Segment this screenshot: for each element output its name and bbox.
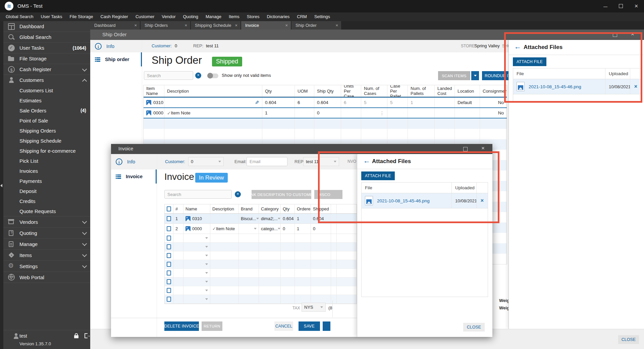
column-header-file[interactable]: File [513, 68, 605, 79]
column-header[interactable]: Consignment [480, 85, 507, 97]
column-header[interactable]: UOM [295, 85, 314, 97]
sidebar-item-deposit[interactable]: Deposit [3, 186, 90, 196]
sidebar-item-shipping-schedule[interactable]: Shipping Schedule [3, 136, 90, 146]
consignment-cell[interactable]: No [480, 98, 507, 107]
tab-dashboard[interactable]: Dashboard [90, 21, 140, 30]
menu-stores[interactable]: Stores [243, 12, 263, 21]
landed-cost-cell[interactable] [435, 98, 455, 107]
menu-settings[interactable]: Settings [311, 12, 334, 21]
customer-value[interactable]: 0 [175, 43, 177, 48]
column-header[interactable]: Ordered [295, 204, 311, 213]
logout-icon[interactable] [85, 333, 90, 338]
rep-dropdown[interactable]: test 11 [303, 157, 339, 166]
dropdown-caret-icon[interactable] [278, 218, 280, 219]
column-header[interactable]: Num. of Pallets [408, 85, 435, 97]
column-header[interactable]: Landed Cost [435, 85, 455, 97]
attached-file-row[interactable]: 2021-10-08_15-45-46.png 10/08/2021 [362, 193, 488, 208]
sidebar-item-point-of-sale[interactable]: Point of Sale [3, 115, 90, 126]
roundup-items-button[interactable]: ROUNDUP IT [482, 71, 511, 80]
sidebar-item-credits[interactable]: Credits [3, 196, 90, 206]
row-checkbox[interactable] [167, 297, 171, 302]
link-description-button[interactable]: LINK DESCRIPTION TO CUSTOMER [252, 190, 311, 199]
delete-invoice-button[interactable]: DELETE INVOICE [164, 321, 199, 331]
drag-handle-icon[interactable] [380, 110, 384, 116]
uom-cell[interactable] [295, 108, 314, 118]
ship-qty-cell[interactable]: 0.604 [314, 98, 341, 107]
dropdown-caret-icon[interactable] [205, 290, 208, 291]
tab-shipping-schedule[interactable]: Shipping Schedule [191, 21, 240, 30]
sidebar-item-shipping-orders[interactable]: Shipping Orders [3, 126, 90, 136]
subnav-item-info[interactable]: Info [90, 40, 142, 52]
maximize-icon[interactable] [463, 147, 468, 151]
row-checkbox[interactable] [167, 253, 171, 258]
row-checkbox[interactable] [167, 236, 171, 241]
table-row-empty[interactable] [165, 260, 357, 269]
dropdown-caret-icon[interactable] [205, 255, 208, 256]
table-row-empty[interactable] [165, 251, 357, 260]
column-header[interactable]: Description [210, 204, 239, 213]
location-cell[interactable] [455, 108, 480, 118]
sidebar-item-quote-requests[interactable]: Quote Requests [3, 206, 90, 216]
column-header[interactable]: Qty [281, 204, 295, 213]
column-header[interactable]: Units Per Case [341, 85, 361, 97]
menu-dictionaries[interactable]: Dictionaries [263, 12, 293, 21]
search-input[interactable] [164, 190, 232, 199]
tab-close-icon[interactable] [285, 21, 288, 30]
column-header[interactable]: Name [183, 204, 210, 213]
sidebar-item-dashboard[interactable]: Dashboard [3, 21, 90, 32]
qty-cell[interactable]: 1 [262, 108, 295, 118]
column-header[interactable]: Description [164, 85, 262, 97]
sidebar-item-settings[interactable]: Settings [3, 261, 90, 272]
column-header[interactable]: Brand [239, 204, 259, 213]
dropdown-caret-icon[interactable] [205, 246, 208, 248]
table-row-empty[interactable] [165, 234, 357, 243]
attach-file-button[interactable]: ATTACH FILE [361, 171, 395, 180]
location-cell[interactable]: Default [455, 98, 480, 107]
dropdown-caret-icon[interactable] [256, 218, 259, 219]
back-arrow-icon[interactable] [363, 157, 370, 165]
menu-items[interactable]: Items [225, 12, 243, 21]
table-row[interactable]: 1 0310 Biscui... dima2;... 0.604 1 0.604 [165, 214, 357, 224]
close-button[interactable]: CLOSE [463, 323, 485, 332]
consignment-cell[interactable]: No [480, 108, 507, 118]
sidebar-item-payments[interactable]: Payments [3, 176, 90, 186]
column-header-file[interactable]: File [362, 183, 452, 193]
column-header[interactable]: Ship Qty [314, 85, 341, 97]
qty-cell[interactable]: 0 [281, 224, 295, 234]
dropdown-caret-icon[interactable] [205, 298, 208, 300]
scan-items-dropdown-button[interactable] [471, 71, 479, 80]
attach-file-button[interactable]: ATTACH FILE [513, 57, 546, 66]
subnav-item-info[interactable]: Info [111, 154, 157, 169]
scan-items-button[interactable]: SCAN ITEMS [438, 71, 470, 80]
dropdown-caret-icon[interactable] [205, 237, 208, 239]
qty-cell[interactable]: 0.604 [281, 214, 295, 223]
table-row-empty[interactable] [165, 278, 357, 286]
clear-search-icon[interactable] [235, 191, 241, 197]
sidebar-item-cash-register[interactable]: Cash Register [3, 64, 90, 75]
row-checkbox[interactable] [167, 216, 171, 221]
table-row[interactable]: 0000 Item Note 1 0 No [144, 108, 507, 118]
remove-file-icon[interactable] [634, 84, 637, 90]
sidebar-item-shipping-ecommerce[interactable]: Shipping for e-commerce [3, 146, 90, 156]
back-arrow-icon[interactable] [514, 43, 521, 51]
email-field[interactable] [247, 157, 287, 166]
menu-global-search[interactable]: Global Search [2, 12, 37, 21]
sidebar-item-quoting[interactable]: Quoting [3, 228, 90, 239]
tax-dropdown[interactable]: NYS [302, 303, 326, 312]
close-icon[interactable] [629, 0, 644, 12]
table-row[interactable]: 0310 0.604 6 0.604 6 5 5 1 Default No [144, 97, 507, 108]
tab-close-icon[interactable] [235, 21, 237, 30]
maximize-icon[interactable] [613, 33, 617, 37]
file-link[interactable]: 2021-10-08_15-45-46.png [529, 84, 581, 89]
qty-cell[interactable]: 0.604 [262, 98, 295, 107]
sidebar-item-items[interactable]: Items [3, 250, 90, 261]
item-note-cell[interactable]: Item Note [210, 224, 239, 234]
cancel-button[interactable]: CANCEL [274, 321, 293, 331]
menu-user-tasks[interactable]: User Tasks [37, 12, 66, 21]
search-input[interactable] [144, 71, 193, 80]
sidebar-item-estimates[interactable]: Estimates [3, 95, 90, 105]
table-row-empty[interactable] [165, 243, 357, 251]
row-checkbox[interactable] [167, 226, 171, 231]
discounts-button-clipped[interactable]: DISCO [314, 190, 342, 199]
sidebar-item-manage[interactable]: Manage [3, 239, 90, 250]
